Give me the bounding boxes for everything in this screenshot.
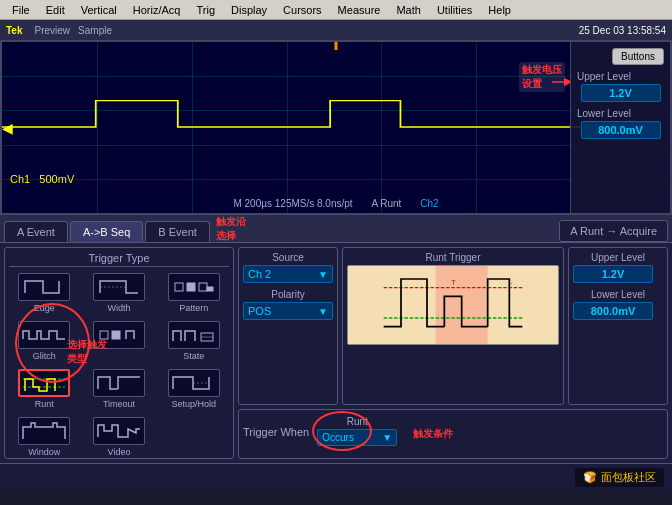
svg-text:-: - [509,310,511,316]
community-badge: 🍞 面包板社区 [575,468,664,487]
menu-cursors[interactable]: Cursors [275,2,330,18]
tab-acquire[interactable]: A Runt → Acquire [559,220,668,242]
menu-vertical[interactable]: Vertical [73,2,125,18]
annotation-trigger-condition: 触发条件 [413,427,453,441]
menu-measure[interactable]: Measure [330,2,389,18]
trigger-type-panel: Trigger Type 选择触发类型 Edge Width [4,247,234,459]
trigger-grid: Edge Width Pattern [9,271,229,459]
runt-label: Runt [35,399,54,409]
video-icon [93,417,145,445]
state-label: State [183,351,204,361]
tab-b-event[interactable]: B Event [145,221,210,242]
trigger-runt[interactable]: Runt [9,367,80,411]
scope-measurements: M 200µs 125MS/s 8.0ns/pt A Runt Ch2 [233,198,438,209]
mode-preview: Preview [35,25,71,36]
occurs-dropdown[interactable]: Occurs ▼ [317,429,397,446]
menu-file[interactable]: File [4,2,38,18]
trigger-timeout[interactable]: Timeout [84,367,155,411]
trigger-state[interactable]: State [158,319,229,363]
menu-trig[interactable]: Trig [188,2,223,18]
glitch-icon [18,321,70,349]
tab-ab-seq[interactable]: A->B Seq [70,221,143,242]
svg-rect-3 [187,283,195,291]
runt-visual-panel: Runt Trigger [342,247,564,405]
polarity-label: Polarity [243,289,333,300]
menu-math[interactable]: Math [388,2,428,18]
polarity-dropdown[interactable]: POS ▼ [243,302,333,320]
scope-right-panel: Buttons Upper Level 1.2V Lower Level 800… [570,42,670,213]
menu-display[interactable]: Display [223,2,275,18]
glitch-label: Glitch [33,351,56,361]
edge-label: Edge [34,303,55,313]
window-label: Window [28,447,60,457]
buttons-button[interactable]: Buttons [612,48,664,65]
trigger-window[interactable]: Window [9,415,80,459]
runt-upper-value: 1.2V [573,265,653,283]
menu-edit[interactable]: Edit [38,2,73,18]
annotation-trigger-edge: 触发沿选择 [212,213,250,245]
window-icon [18,417,70,445]
menu-bar: File Edit Vertical Horiz/Acq Trig Displa… [0,0,672,20]
runt-icon [18,369,70,397]
svg-text:+: + [509,280,513,286]
lower-level-label: Lower Level [577,108,631,119]
menu-utilities[interactable]: Utilities [429,2,480,18]
community-icon: 🍞 [583,471,597,484]
svg-rect-2 [175,283,183,291]
video-label: Video [108,447,131,457]
runt-trigger-title: Runt Trigger [347,252,559,263]
trigger-when-section: Trigger When [243,426,309,442]
timeout-label: Timeout [103,399,135,409]
edge-icon [18,273,70,301]
trigger-video[interactable]: Video [84,415,155,459]
runt-upper-label: Upper Level [573,252,663,263]
datetime-label: 25 Dec 03 13:58:54 [579,25,666,36]
right-top-panels: Source Ch 2 ▼ Polarity POS ▼ Runt Trigge… [238,247,668,405]
brand-label: Tek [6,25,23,36]
menu-horiz-acq[interactable]: Horiz/Acq [125,2,189,18]
runt-when-label: Runt [317,416,397,427]
source-panel: Source Ch 2 ▼ Polarity POS ▼ [238,247,338,405]
runt-when-group: Runt Occurs ▼ [317,416,397,452]
source-label: Source [243,252,333,263]
pattern-label: Pattern [179,303,208,313]
occurs-dropdown-arrow: ▼ [382,432,392,443]
menu-help[interactable]: Help [480,2,519,18]
status-bar: Tek Preview Sample 25 Dec 03 13:58:54 [0,20,672,40]
svg-rect-4 [199,283,207,291]
runt-lower-value: 800.0mV [573,302,653,320]
setup-hold-icon [168,369,220,397]
ch1-label: Ch1 500mV [10,173,74,185]
tab-a-event[interactable]: A Event [4,221,68,242]
trigger-width[interactable]: Width [84,271,155,315]
width-icon [93,273,145,301]
runt-level-panel: Upper Level 1.2V Lower Level 800.0mV [568,247,668,405]
trigger-type-title: Trigger Type [9,252,229,267]
svg-rect-7 [112,331,120,339]
right-panels: Source Ch 2 ▼ Polarity POS ▼ Runt Trigge… [238,247,668,459]
trigger-edge[interactable]: Edge [9,271,80,315]
trigger-indicator: ◀ [2,120,13,136]
runt-lower-label: Lower Level [573,289,663,300]
setup-hold-label: Setup/Hold [171,399,216,409]
pattern-icon [168,273,220,301]
lower-level-value: 800.0mV [581,121,661,139]
bottom-bar: 🍞 面包板社区 [0,463,672,491]
upper-level-label: Upper Level [577,71,631,82]
polarity-dropdown-arrow: ▼ [318,306,328,317]
tab-bar: A Event A->B Seq B Event 触发沿选择 A Runt → … [0,215,672,243]
state-type-icon [168,321,220,349]
mode-sample: Sample [78,25,112,36]
width-label: Width [107,303,130,313]
annotation-select-type: 选择触发类型 [67,338,107,366]
annotation-trigger-voltage: 触发电压设置 [519,62,565,92]
trigger-setup-hold[interactable]: Setup/Hold [158,367,229,411]
upper-level-value: 1.2V [581,84,661,102]
trigger-pattern[interactable]: Pattern [158,271,229,315]
source-dropdown-arrow: ▼ [318,269,328,280]
timeout-icon [93,369,145,397]
community-label: 面包板社区 [601,470,656,485]
runt-visual: T + - [347,265,559,345]
trigger-when-panel: Trigger When Runt Occurs ▼ 触发条件 [238,409,668,459]
source-dropdown[interactable]: Ch 2 ▼ [243,265,333,283]
